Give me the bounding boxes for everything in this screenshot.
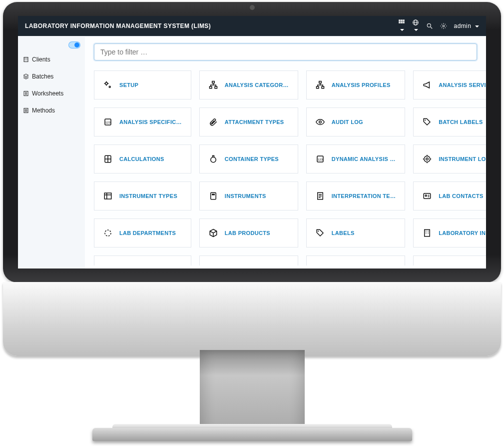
svg-text:123: 123 xyxy=(105,121,111,124)
svg-point-58 xyxy=(105,230,111,236)
target-icon xyxy=(423,154,432,164)
svg-rect-60 xyxy=(425,230,430,236)
svg-rect-32 xyxy=(322,86,324,88)
flask-icon xyxy=(209,154,218,164)
building-icon xyxy=(423,228,432,238)
monitor-stand-neck xyxy=(200,350,305,435)
card-label: ATTACHMENT TYPES xyxy=(225,119,284,125)
chevron-down-icon xyxy=(475,26,479,28)
table-icon xyxy=(103,192,112,200)
sidebar-item-label: Methods xyxy=(32,107,55,114)
svg-point-40 xyxy=(211,157,216,162)
sidebar-item-clients[interactable]: Clients xyxy=(18,51,85,68)
card-analysis-services[interactable]: ANALYSIS SERVICES xyxy=(413,70,486,100)
card-label: AUDIT LOG xyxy=(332,119,363,125)
svg-point-9 xyxy=(427,24,431,27)
svg-rect-27 xyxy=(212,82,215,84)
card-laboratory-information[interactable]: LABORATORY INFOR… xyxy=(413,218,486,248)
svg-rect-62 xyxy=(428,231,429,232)
svg-rect-1 xyxy=(401,20,403,22)
sitemap-icon xyxy=(316,80,325,90)
card-label: LAB DEPARTMENTS xyxy=(119,230,176,236)
monitor-chin xyxy=(3,282,501,356)
search-button[interactable] xyxy=(426,22,433,30)
spec-icon: 123 xyxy=(316,154,325,164)
app-title: LABORATORY INFORMATION MANAGEMENT SYSTEM… xyxy=(25,22,398,30)
svg-point-11 xyxy=(443,25,445,27)
card-calculations[interactable]: CALCULATIONS xyxy=(94,144,191,174)
card-label: ANALYSIS CATEGOR… xyxy=(225,82,289,88)
paperclip-icon xyxy=(209,118,218,126)
card-instrument-types[interactable]: INSTRUMENT TYPES xyxy=(94,182,191,210)
svg-rect-28 xyxy=(209,86,212,88)
grid-icon xyxy=(398,19,405,26)
svg-rect-5 xyxy=(403,22,405,24)
cube-icon xyxy=(209,228,218,238)
card-lab-products[interactable]: LAB PRODUCTS xyxy=(199,218,298,248)
gear-icon xyxy=(440,22,447,30)
sidebar-item-methods[interactable]: Methods xyxy=(18,102,85,119)
main-area: SETUP ANALYSIS CATEGOR… ANALYSIS PROFILE… xyxy=(85,36,486,268)
card-label: LAB CONTACTS xyxy=(439,193,484,199)
card-label: INTERPRETATION TE… xyxy=(332,193,396,199)
id-card-icon xyxy=(423,192,432,200)
tag-icon xyxy=(423,118,432,126)
settings-button[interactable] xyxy=(440,22,447,30)
card-analysis-categories[interactable]: ANALYSIS CATEGOR… xyxy=(199,70,298,100)
card-analysis-profiles[interactable]: ANALYSIS PROFILES xyxy=(306,70,405,100)
card-partial[interactable] xyxy=(94,256,191,266)
card-attachment-types[interactable]: ATTACHMENT TYPES xyxy=(199,108,298,136)
topbar-controls: admin xyxy=(398,19,479,33)
card-label: ANALYSIS SERVICES xyxy=(439,82,486,88)
svg-point-36 xyxy=(425,120,426,120)
card-lab-contacts[interactable]: LAB CONTACTS xyxy=(413,182,486,210)
svg-rect-13 xyxy=(25,58,26,59)
svg-rect-63 xyxy=(426,232,427,234)
card-audit-log[interactable]: AUDIT LOG xyxy=(306,108,405,136)
card-partial[interactable] xyxy=(413,256,486,266)
gears-icon xyxy=(103,80,112,90)
monitor-bezel: LABORATORY INFORMATION MANAGEMENT SYSTEM… xyxy=(3,2,501,282)
card-analysis-specifications[interactable]: 123 ANALYSIS SPECIFIC… xyxy=(94,108,191,136)
card-labels[interactable]: LABELS xyxy=(306,218,405,248)
language-menu[interactable] xyxy=(412,19,419,33)
card-partial[interactable] xyxy=(199,256,298,266)
sidebar-item-label: Clients xyxy=(32,56,50,63)
svg-rect-54 xyxy=(424,194,431,199)
card-batch-labels[interactable]: BATCH LABELS xyxy=(413,108,486,136)
card-label: LABORATORY INFOR… xyxy=(439,230,486,236)
filter-input[interactable] xyxy=(94,44,477,60)
list-icon xyxy=(23,108,29,114)
ring-icon xyxy=(103,228,112,238)
svg-rect-48 xyxy=(211,192,216,200)
card-container-types[interactable]: CONTAINER TYPES xyxy=(199,144,298,174)
svg-point-59 xyxy=(318,230,319,232)
svg-text:123: 123 xyxy=(318,158,323,161)
svg-rect-2 xyxy=(403,20,405,22)
svg-point-26 xyxy=(109,86,110,88)
card-instrument-locations[interactable]: INSTRUMENT LOCA… xyxy=(413,144,486,174)
svg-rect-29 xyxy=(215,86,217,88)
webcam-dot xyxy=(250,5,255,10)
svg-rect-61 xyxy=(426,231,427,232)
card-instruments[interactable]: INSTRUMENTS xyxy=(199,182,298,210)
sidebar-toggle-row xyxy=(18,41,85,51)
user-menu[interactable]: admin xyxy=(454,22,479,30)
spec-icon: 123 xyxy=(103,118,112,126)
svg-point-35 xyxy=(319,121,322,124)
svg-rect-4 xyxy=(401,22,403,24)
sidebar-item-label: Batches xyxy=(32,73,53,80)
card-label: ANALYSIS PROFILES xyxy=(332,82,391,88)
card-lab-departments[interactable]: LAB DEPARTMENTS xyxy=(94,218,191,248)
card-setup[interactable]: SETUP xyxy=(94,70,191,100)
sidebar-item-worksheets[interactable]: Worksheets xyxy=(18,85,85,102)
svg-rect-12 xyxy=(24,58,28,62)
device-icon xyxy=(209,192,218,200)
card-dynamic-analysis[interactable]: 123 DYNAMIC ANALYSIS … xyxy=(306,144,405,174)
card-partial[interactable] xyxy=(306,256,405,266)
sidebar-item-batches[interactable]: Batches xyxy=(18,68,85,85)
card-interpretation-templates[interactable]: INTERPRETATION TE… xyxy=(306,182,405,210)
apps-menu[interactable] xyxy=(398,19,405,33)
card-label: LABELS xyxy=(332,230,355,236)
sidebar-toggle[interactable] xyxy=(69,42,80,48)
